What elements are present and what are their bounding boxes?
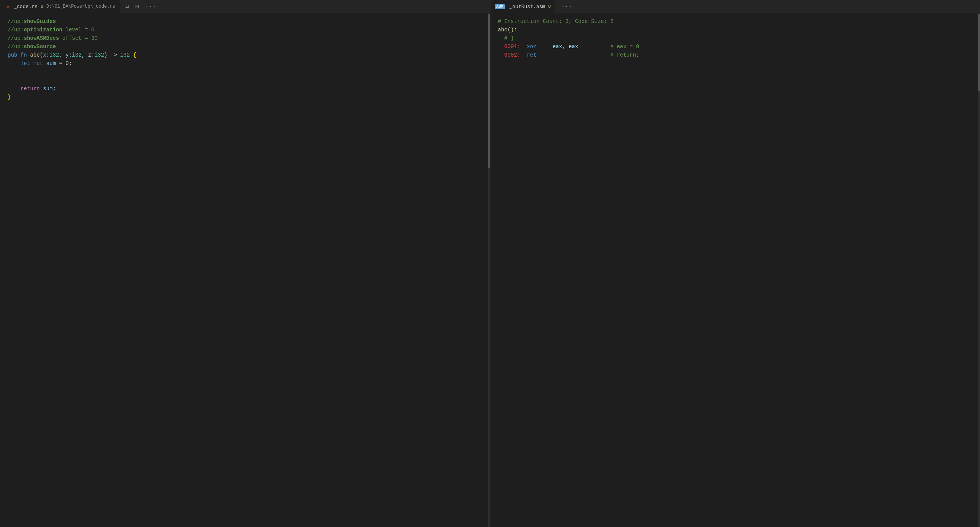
- code-token: i32: [120, 51, 130, 59]
- right-scrollbar-thumb[interactable]: [978, 14, 980, 91]
- split-editor-button[interactable]: ⊟: [134, 2, 141, 11]
- code-token: :: [91, 51, 94, 59]
- left-tab-group: ⚙ _code.rs U D:\01_BA\PowerUp\_code.rs ⇄…: [0, 0, 490, 13]
- code-token: let: [21, 59, 34, 68]
- asm-token: xor: [527, 42, 536, 51]
- code-token: ;: [69, 59, 72, 68]
- asm-token: # Instruction Count: 3; Code Size: 2: [498, 17, 614, 26]
- asm-token: [578, 42, 610, 51]
- asm-token: ,: [562, 42, 569, 51]
- right-scrollbar-track[interactable]: [978, 13, 980, 527]
- asm-code-line: 0001: xor eax, eax # eax = 0: [490, 42, 980, 51]
- code-line: pub fn abc(x:i32, y:i32, z:i32) -> i32 {: [0, 51, 490, 59]
- code-token: return: [21, 85, 43, 93]
- scrollbar-track[interactable]: [488, 13, 490, 527]
- code-token: z: [88, 51, 91, 59]
- code-token: sum: [46, 59, 56, 68]
- code-token: i32: [49, 51, 59, 59]
- code-token: ,: [81, 51, 88, 59]
- asm-code-line: # Instruction Count: 3; Code Size: 2: [490, 17, 980, 26]
- asm-token: 0001:: [504, 42, 520, 51]
- code-token: ) ->: [104, 51, 120, 59]
- left-tab-actions: ⇄ ⊟ ···: [120, 2, 161, 11]
- asm-token: # }: [504, 34, 514, 42]
- scrollbar-thumb[interactable]: [488, 14, 490, 168]
- code-token: pub: [8, 51, 21, 59]
- asm-token: eax: [552, 42, 562, 51]
- code-token: x: [43, 51, 46, 59]
- code-token: //up:showASMDocs offset = 30: [8, 34, 98, 42]
- code-line: [0, 68, 490, 76]
- code-token: [8, 85, 21, 93]
- right-editor-pane: # Instruction Count: 3; Code Size: 2 abc…: [490, 13, 980, 527]
- asm-code-line: abc():: [490, 26, 980, 34]
- right-tab-group: ASM _outRust.asm U ···: [490, 0, 980, 13]
- asm-badge: ASM: [495, 4, 505, 9]
- code-token: 0: [65, 59, 68, 68]
- code-token: }: [8, 93, 11, 101]
- code-token: =: [56, 59, 65, 68]
- code-token: mut: [33, 59, 46, 68]
- asm-token: [520, 51, 527, 59]
- code-token: [8, 59, 21, 68]
- asm-token: # return;: [610, 51, 640, 59]
- asm-token: # eax = 0: [610, 42, 640, 51]
- code-line: //up:showSource: [0, 42, 490, 51]
- asm-token: [498, 51, 505, 59]
- code-token: [130, 51, 133, 59]
- code-token: {: [133, 51, 136, 59]
- code-line: //up:showGuides: [0, 17, 490, 26]
- code-token: fn: [21, 51, 30, 59]
- left-code-area[interactable]: //up:showGuides //up:optimization level …: [0, 13, 490, 527]
- code-line: let mut sum = 0;: [0, 59, 490, 68]
- asm-token: [498, 34, 505, 42]
- asm-token: abc():: [498, 26, 517, 34]
- code-line: return sum;: [0, 85, 490, 93]
- asm-token: ret: [527, 51, 536, 59]
- code-token: :: [69, 51, 72, 59]
- left-tab-filename: _code.rs: [14, 4, 37, 10]
- code-token: i32: [94, 51, 104, 59]
- sync-scroll-button[interactable]: ⇄: [124, 2, 131, 11]
- left-tab-path: D:\01_BA\PowerUp\_code.rs: [46, 4, 115, 9]
- tab-bar: ⚙ _code.rs U D:\01_BA\PowerUp\_code.rs ⇄…: [0, 0, 980, 13]
- code-token: y: [65, 51, 68, 59]
- asm-token: [536, 42, 552, 51]
- code-token: ,: [59, 51, 65, 59]
- editors-row: //up:showGuides //up:optimization level …: [0, 13, 980, 527]
- code-token: //up:optimization level = 0: [8, 26, 94, 34]
- left-tab-modified: U: [41, 4, 43, 9]
- asm-token: [498, 42, 505, 51]
- asm-token: [520, 42, 527, 51]
- more-actions-button-left[interactable]: ···: [143, 2, 158, 11]
- code-token: i32: [72, 51, 81, 59]
- code-token: //up:showSource: [8, 42, 56, 51]
- code-token: abc: [30, 51, 40, 59]
- code-line: //up:showASMDocs offset = 30: [0, 34, 490, 42]
- asm-code-line: 0002: ret # return;: [490, 51, 980, 59]
- code-line: //up:optimization level = 0: [0, 26, 490, 34]
- right-tab[interactable]: ASM _outRust.asm U: [490, 0, 556, 13]
- code-token: :: [46, 51, 49, 59]
- left-editor-pane: //up:showGuides //up:optimization level …: [0, 13, 490, 527]
- code-token: //up:showGuides: [8, 17, 56, 26]
- asm-token: eax: [568, 42, 578, 51]
- code-line: }: [0, 93, 490, 101]
- code-token: sum: [43, 85, 52, 93]
- asm-token: [536, 51, 610, 59]
- asm-token: 0002:: [504, 51, 520, 59]
- code-token: ;: [53, 85, 56, 93]
- editor-container: ⚙ _code.rs U D:\01_BA\PowerUp\_code.rs ⇄…: [0, 0, 980, 527]
- right-tab-actions: ···: [556, 2, 578, 11]
- file-icon: ⚙: [5, 3, 11, 10]
- more-actions-button-right[interactable]: ···: [560, 2, 574, 11]
- right-tab-modified: U: [548, 4, 551, 9]
- right-tab-filename: _outRust.asm: [510, 4, 545, 10]
- left-tab[interactable]: ⚙ _code.rs U D:\01_BA\PowerUp\_code.rs: [0, 0, 120, 13]
- code-line: [0, 76, 490, 85]
- code-token: (: [40, 51, 43, 59]
- asm-code-line: # }: [490, 34, 980, 42]
- right-code-area[interactable]: # Instruction Count: 3; Code Size: 2 abc…: [490, 13, 980, 527]
